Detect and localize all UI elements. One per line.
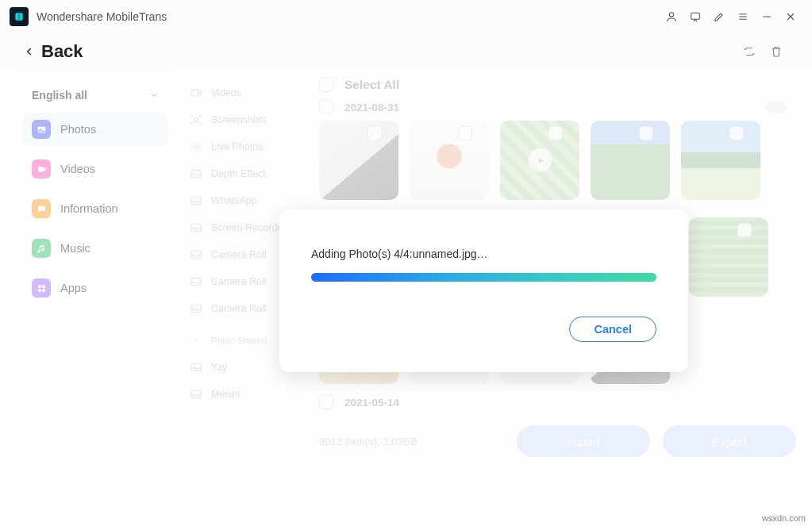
image-icon	[190, 388, 202, 401]
sidebar: English all Photos Videos Information Mu…	[16, 73, 175, 520]
sidebar-item-label: Videos	[60, 163, 95, 175]
thumb-checkbox[interactable]	[368, 126, 382, 140]
menu-icon[interactable]	[731, 5, 755, 29]
play-icon	[528, 148, 552, 172]
sidebar-item-photos[interactable]: Photos	[22, 113, 168, 146]
album-item-deptheffect[interactable]: Depth Effect	[181, 160, 316, 187]
info-icon	[32, 199, 51, 218]
svg-rect-16	[191, 197, 201, 204]
photo-thumb[interactable]	[681, 121, 760, 200]
image-icon	[190, 361, 202, 374]
videos-icon	[32, 159, 51, 179]
count-badge	[766, 102, 787, 113]
items-info: 3013 Item(s), 2.03GB	[319, 436, 418, 447]
select-all-label: Select All	[344, 78, 399, 92]
date-label: 2021-08-31	[344, 102, 399, 113]
date-group-2: 2021-05-14	[319, 392, 796, 416]
export-button[interactable]: Export	[663, 425, 796, 457]
svg-rect-17	[191, 224, 201, 231]
album-item-screenshots[interactable]: Screenshots	[181, 106, 316, 133]
image-icon	[190, 221, 202, 234]
user-icon[interactable]	[660, 5, 683, 29]
import-button[interactable]: Import	[517, 425, 650, 457]
sidebar-item-label: Apps	[60, 282, 87, 294]
thumb-checkbox[interactable]	[458, 126, 472, 140]
sidebar-item-information[interactable]: Information	[22, 192, 168, 225]
dropdown-label: English all	[32, 89, 87, 102]
album-item-livephotos[interactable]: Live Photos	[181, 133, 316, 160]
video-icon	[190, 86, 202, 99]
image-icon	[190, 275, 202, 288]
logo-icon	[13, 11, 25, 22]
group-checkbox[interactable]	[319, 100, 333, 114]
photo-thumb[interactable]	[591, 121, 670, 200]
progress-text: Adding Photo(s) 4/4:unnamed.jpg…	[311, 248, 656, 260]
svg-rect-7	[38, 285, 41, 288]
photo-thumb[interactable]	[500, 121, 579, 200]
sidebar-item-videos[interactable]: Videos	[22, 152, 168, 186]
svg-point-12	[194, 117, 198, 121]
back-label[interactable]: Back	[41, 41, 83, 62]
svg-point-2	[669, 12, 673, 16]
album-item-meishi[interactable]: Meishi	[181, 381, 316, 408]
music-icon	[32, 239, 51, 258]
date-label: 2021-05-14	[344, 397, 399, 409]
album-item-videos[interactable]: Videos	[181, 79, 316, 106]
svg-rect-1	[17, 13, 21, 20]
thumb-checkbox[interactable]	[548, 126, 563, 140]
svg-rect-21	[191, 363, 201, 371]
minimize-icon[interactable]	[755, 5, 779, 29]
refresh-icon[interactable]	[737, 40, 761, 63]
sidebar-item-label: Photos	[60, 123, 96, 136]
language-dropdown[interactable]: English all	[22, 84, 168, 113]
group-checkbox[interactable]	[319, 395, 333, 409]
select-all-row: Select All	[319, 73, 796, 97]
svg-rect-22	[191, 390, 201, 397]
progress-modal: Adding Photo(s) 4/4:unnamed.jpg… Cancel	[279, 209, 688, 372]
trash-icon[interactable]	[764, 40, 788, 63]
sidebar-item-apps[interactable]: Apps	[22, 271, 168, 305]
select-all-checkbox[interactable]	[319, 78, 333, 92]
photos-icon	[32, 120, 51, 139]
svg-rect-20	[191, 305, 201, 312]
thumb-checkbox[interactable]	[639, 126, 653, 140]
svg-rect-8	[42, 285, 45, 288]
progress-bar	[311, 273, 656, 282]
chevron-down-icon	[149, 90, 159, 100]
livephoto-icon	[190, 140, 202, 153]
photo-thumb[interactable]	[319, 121, 398, 200]
svg-rect-18	[191, 251, 201, 258]
apps-icon	[32, 278, 51, 298]
feedback-icon[interactable]	[683, 5, 707, 29]
image-icon	[190, 302, 202, 315]
thumb-checkbox[interactable]	[729, 126, 744, 140]
caret-down-icon	[192, 336, 200, 344]
svg-rect-6	[38, 167, 44, 172]
footer-row: 3013 Item(s), 2.03GB Import Export	[319, 416, 796, 457]
svg-rect-11	[191, 90, 198, 96]
svg-point-13	[194, 145, 198, 148]
photo-thumb[interactable]	[689, 217, 768, 297]
photo-thumb[interactable]	[410, 121, 489, 200]
screenshot-icon	[190, 113, 202, 126]
close-icon[interactable]	[779, 5, 802, 29]
cancel-button[interactable]: Cancel	[569, 317, 656, 342]
back-bar: Back	[0, 33, 812, 73]
thumb-checkbox[interactable]	[737, 223, 752, 237]
titlebar: Wondershare MobileTrans	[0, 0, 812, 33]
svg-rect-3	[691, 13, 700, 19]
date-group-1: 2021-08-31	[319, 97, 796, 121]
image-icon	[190, 167, 202, 180]
app-name: Wondershare MobileTrans	[37, 10, 167, 23]
back-chevron-icon[interactable]	[24, 46, 35, 57]
edit-icon[interactable]	[707, 5, 731, 29]
watermark: wsxdn.com	[762, 513, 806, 523]
sidebar-item-label: Information	[60, 202, 118, 215]
image-icon	[190, 194, 202, 207]
image-icon	[190, 248, 202, 261]
sidebar-item-label: Music	[60, 242, 90, 255]
sidebar-item-music[interactable]: Music	[22, 232, 168, 265]
thumb-grid	[319, 121, 796, 208]
svg-rect-10	[42, 289, 45, 292]
svg-point-14	[192, 143, 201, 152]
